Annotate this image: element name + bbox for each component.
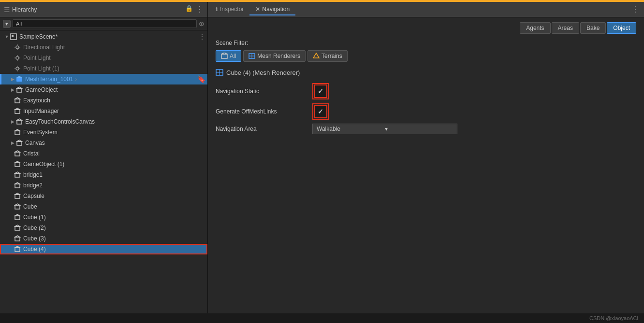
tree-item-cube0[interactable]: Cube [0,201,207,212]
point-light-icon-2 [14,65,21,72]
tree-item-cube1[interactable]: Cube (1) [0,212,207,223]
more-icon[interactable]: ⋮ [196,5,204,14]
svg-rect-31 [15,152,20,156]
inputmanager-icon [14,107,21,115]
easytouchcanvas-expand: ▶ [10,119,15,125]
easytouch-icon [14,97,21,104]
tab-inspector[interactable]: ℹ Inspector [210,4,249,15]
svg-rect-1 [12,35,14,37]
tree-item-meshterrain[interactable]: ▶ MeshTerrain_1001 › 🔖 [0,74,207,84]
mesh-renderer-header: Cube (4) (Mesh Renderer) [216,69,636,76]
gameobject-icon [15,86,23,94]
nav-area-dropdown[interactable]: Walkable ▾ [312,124,457,134]
cube2-label: Cube (2) [23,225,46,231]
offmesh-value [312,103,636,120]
agents-btn[interactable]: Agents [520,22,550,34]
hierarchy-panel: ☰ Hierarchy 🔒 ⋮ ▾ ⊕ ▼ SampleScene* ⋮ [0,2,208,313]
main-area: ☰ Hierarchy 🔒 ⋮ ▾ ⊕ ▼ SampleScene* ⋮ [0,2,644,313]
point-light-icon-1 [14,54,21,62]
easytouchcanvas-icon [15,118,23,126]
object-btn[interactable]: Object [607,22,636,34]
tree-item-easytouchcanvas[interactable]: ▶ EasyTouchControlsCanvas [0,116,207,127]
filter-icon[interactable]: ⊕ [199,20,205,28]
gameobject1-icon [14,160,21,168]
svg-marker-50 [15,246,20,248]
svg-rect-25 [17,120,22,124]
cube0-label: Cube [23,203,37,210]
tree-item-directional-light[interactable]: Directional Light [0,42,207,53]
svg-rect-27 [15,131,20,135]
point-light-label-1: Point Light [23,55,51,61]
filter-buttons: All Mesh Renderers Terrains [216,50,636,62]
tree-item-bridge1[interactable]: bridge1 [0,169,207,180]
filter-terrain-btn[interactable]: Terrains [307,50,348,62]
samplescene-label: SampleScene* [19,33,58,40]
property-row-offmesh: Generate OffMeshLinks [216,101,636,122]
svg-rect-19 [17,88,22,92]
tree-item-gameobject[interactable]: ▶ GameObject [0,84,207,95]
nav-area-dropdown-value: Walkable [317,126,385,132]
tree-item-capsule[interactable]: Capsule [0,191,207,201]
navigation-tab-icon: ✕ [255,6,260,13]
tree-item-canvas[interactable]: ▶ Canvas [0,138,207,148]
meshterrain-icon [15,75,23,83]
nav-static-value [312,83,636,99]
add-button[interactable]: ▾ [3,20,11,28]
dropdown-arrow-icon: ▾ [385,126,453,132]
mesh-renderer-icon [216,69,223,76]
bottom-bar: CSDN @xiaoyaoACi [0,313,644,323]
svg-rect-47 [15,237,20,241]
blue-bar [0,74,1,84]
hierarchy-tree: ▼ SampleScene* ⋮ Directional Light Po [0,30,207,313]
tab-navigation[interactable]: ✕ Navigation [249,4,295,15]
hierarchy-title: Hierarchy [12,6,185,13]
svg-marker-40 [15,193,20,195]
tree-item-cube4[interactable]: Cube (4) [0,244,207,254]
bridge2-label: bridge2 [23,182,43,189]
tree-item-inputmanager[interactable]: InputManager [0,106,207,116]
offmesh-checkbox[interactable] [314,105,327,118]
bake-btn[interactable]: Bake [580,22,606,34]
tab-bar-more[interactable]: ⋮ [629,5,642,14]
gameobject1-label: GameObject (1) [23,161,64,168]
capsule-icon [14,192,21,200]
svg-marker-56 [313,53,319,58]
search-input[interactable] [13,19,197,28]
terrain-filter-icon [313,53,320,59]
bridge1-label: bridge1 [23,171,43,178]
filter-mesh-btn[interactable]: Mesh Renderers [243,50,306,62]
all-filter-icon [221,53,228,59]
cube2-icon [14,224,21,232]
point-light-label-2: Point Light (1) [23,65,59,72]
meshterrain-expand: ▶ [10,76,15,82]
tree-item-gameobject1[interactable]: GameObject (1) [0,159,207,169]
tree-item-bridge2[interactable]: bridge2 [0,180,207,191]
offmesh-highlight [312,103,329,120]
svg-marker-18 [16,76,22,78]
tree-item-cube3[interactable]: Cube (3) [0,233,207,244]
svg-rect-43 [15,216,20,220]
tree-item-easytouch[interactable]: Easytouch [0,95,207,106]
inputmanager-label: InputManager [23,108,59,114]
expand-chevron: › [75,76,77,82]
nav-static-checkbox[interactable] [314,84,327,98]
areas-btn[interactable]: Areas [552,22,579,34]
lock-icon: 🔒 [185,5,193,14]
expand-arrow: ▼ [4,34,10,40]
tree-item-cube2[interactable]: Cube (2) [0,223,207,233]
tree-item-cristal[interactable]: Cristal [0,148,207,159]
canvas-icon [15,139,23,147]
tree-item-point-light-1[interactable]: Point Light [0,53,207,63]
samplescene-options[interactable]: ⋮ [199,33,205,41]
tree-item-eventsystem[interactable]: EventSystem [0,127,207,138]
filter-all-btn[interactable]: All [216,50,241,62]
tree-item-samplescene[interactable]: ▼ SampleScene* ⋮ [0,31,207,42]
bottom-bar-text: CSDN @xiaoyaoACi [589,315,638,321]
tree-item-point-light-2[interactable]: Point Light (1) [0,63,207,74]
svg-marker-26 [17,119,22,120]
svg-rect-29 [17,141,22,145]
svg-marker-20 [17,87,22,88]
svg-marker-28 [15,129,20,131]
svg-marker-36 [15,172,20,173]
svg-rect-35 [15,173,20,177]
